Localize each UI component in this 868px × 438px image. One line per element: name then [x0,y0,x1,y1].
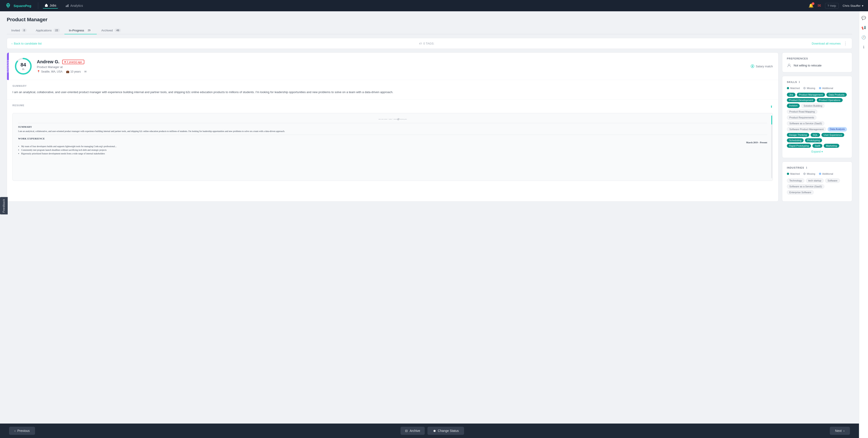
download-resumes-button[interactable]: Download all resumes [812,42,841,45]
industries-legend: Matched Missing Additional [787,173,847,175]
share-icon[interactable]: 📢 [862,26,866,30]
action-bar-right: Download all resumes ⋮ [812,41,847,46]
skills-list: Jira Product Management Data Products Pr… [787,93,847,148]
industries-card: INDUSTRIES ℹ Matched Missing Additional [782,162,852,201]
email: ✉ [84,70,87,73]
skill-swift: Swift [812,144,822,148]
tab-in-progress[interactable]: In-Progress 29 [64,27,97,34]
skill-solution-building: Solution Building [801,103,825,108]
candidate-meta: 📍 Seattle, WA, USA 💼 10 years ✉ [37,70,746,73]
industry-enterprise: Enterprise Software [787,190,814,195]
tab-invited[interactable]: Invited 0 [7,27,31,34]
skill-saas: Software as a Service (SaaS) [787,121,825,126]
notifications-button[interactable]: 🔔 1 [809,3,813,8]
ind-legend-missing: Missing [803,173,815,175]
ind-legend-matched: Matched [787,173,800,175]
relocation-preference: Not willing to relocate [787,63,847,68]
skills-info-icon[interactable]: ℹ [799,81,800,84]
skill-sql: SQL [811,133,820,137]
salary-match: Salary match [751,64,773,68]
skills-card: SKILLS ℹ Matched Missing Additional [782,76,852,158]
skill-rapid-prototyping: Rapid Prototyping [787,144,811,148]
industry-saas: Software as a Service (SaaS) [787,184,825,189]
main-content: Product Manager Invited 0 Applications 2… [0,11,859,438]
more-options-button[interactable]: ⋮ [843,41,847,46]
skill-requirements: Product Requirements [787,115,816,120]
clock-icon[interactable]: 🕐 [862,35,866,39]
user-menu[interactable]: Chris Stauffer ▾ [843,4,864,7]
status-bar: Scheduled [7,53,9,80]
summary-section: SUMMARY I am an analytical, collaborativ… [7,80,778,99]
top-navigation: SquarePeg Jobs Analytics 🔔 1 ✉ ? Help Ch… [0,0,868,11]
industry-software: Software [825,178,840,183]
nav-links: Jobs Analytics [43,3,808,8]
industries-list: Technology tech startup Software Softwar… [787,178,847,195]
time-badge: 1 year(s) ago [62,60,84,64]
archive-button[interactable]: ⊟ Archive [401,427,425,435]
industry-tech-startup: tech startup [806,178,824,183]
right-sidebar: 💬 📢 🕐 ℹ [859,11,868,438]
skill-software-pm: Software Product Management [787,127,826,131]
legend-additional: Additional [819,87,833,90]
skill-scheduling: Scheduling [787,138,804,143]
svg-rect-3 [67,5,67,7]
skill-product-development: Product Development [787,98,815,102]
preferences-card: PREFERENCES Not willing to relocate [782,53,852,72]
page-title: Product Manager [7,17,852,23]
skill-design-thinking: Design Thinking [787,133,809,137]
location: 📍 Seattle, WA, USA [37,70,62,73]
candidate-card: Scheduled 84 th [7,53,778,201]
chat-icon[interactable]: 💬 [862,16,866,20]
resume-scrollbar[interactable] [771,116,772,178]
skill-road-mapping: Product Road Mapping [787,110,817,114]
skill-data-analysis: Data Analysis [828,127,847,131]
svg-rect-2 [66,6,66,7]
feedback-tab[interactable]: Feedback [0,197,8,215]
change-status-button[interactable]: ⏺ Change Status [428,427,464,435]
industries-info-icon[interactable]: ℹ [806,166,807,169]
back-to-list-button[interactable]: ‹ Back to candidate list [11,42,41,45]
resume-bullet: Consistently met program launch deadline… [21,148,767,152]
resume-bullet: Rigorously prioritized feature developme… [21,152,767,156]
status-tabs: Invited 0 Applications 22 In-Progress 29… [7,27,852,34]
legend-missing: Missing [803,87,815,90]
nav-jobs[interactable]: Jobs [43,3,58,8]
next-button[interactable]: Next › [830,427,850,435]
score-circle: 84 th [14,57,32,75]
help-button[interactable]: ? Help [825,3,839,8]
messages-button[interactable]: ✉ [817,3,821,8]
skill-data-products: Data Products [827,93,847,97]
candidate-info: Andrew G. 1 year(s) ago Product Manager … [37,59,746,73]
skill-product-management: Product Management [797,93,825,97]
industries-title: INDUSTRIES ℹ [787,166,847,169]
skills-expand-button[interactable]: Expand ▾ [787,150,847,153]
bottom-bar: ‹ Previous ⊟ Archive ⏺ Change Status Nex… [0,424,859,438]
content-grid: Scheduled 84 th [7,53,852,201]
scrollbar-thumb [771,116,772,125]
legend-matched: Matched [787,87,800,90]
experience: 💼 10 years [66,70,81,73]
info-icon[interactable]: ℹ [863,45,864,49]
skill-invision: Invision [787,103,800,108]
nav-analytics[interactable]: Analytics [64,3,85,8]
resume-frame: --- --- ---- · ---- · -----@------.--- S… [12,113,773,181]
resume-header: RESUME ⬆ [12,104,773,110]
skill-product-operations: Product Operations [817,98,843,102]
candidate-name: Andrew G. 1 year(s) ago [37,59,746,64]
tab-applications[interactable]: Applications 22 [31,27,64,34]
skill-prototyping: Prototyping [805,138,822,143]
upload-resume-button[interactable]: ⬆ [770,105,773,108]
nav-right: 🔔 1 ✉ ? Help Chris Stauffer ▾ [809,3,864,8]
notification-badge: 1 [812,2,814,5]
skills-title: SKILLS ℹ [787,81,847,84]
candidate-title: Product Manager at [37,65,746,69]
resume-content: --- --- ---- · ---- · -----@------.--- S… [13,113,773,160]
app-logo[interactable]: SquarePeg [4,2,31,9]
svg-rect-1 [45,5,48,7]
ind-legend-additional: Additional [819,173,833,175]
tab-archived[interactable]: Archived 49 [97,27,125,34]
resume-bullet: My team of four developers builds and su… [21,145,767,148]
action-bar: ‹ Back to candidate list 🏷 0 TAGS: Downl… [7,38,852,49]
bottom-center-actions: ⊟ Archive ⏺ Change Status [401,427,464,435]
previous-button[interactable]: ‹ Previous [9,427,35,435]
